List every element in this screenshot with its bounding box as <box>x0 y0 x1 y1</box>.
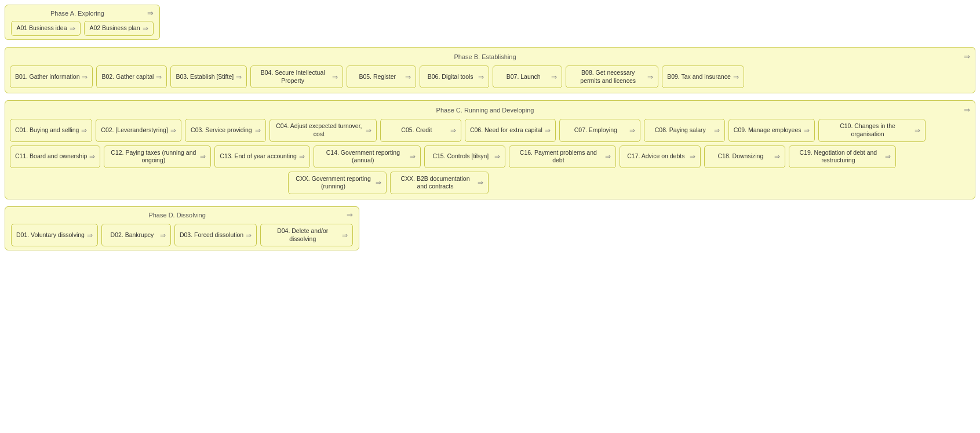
node-B08-label: B08. Get necessary permits and licences <box>571 69 645 85</box>
node-B05[interactable]: B05. Register ⇒ <box>347 66 416 88</box>
phase-c-header: Phase C. Running and Developing ⇒ <box>10 105 970 114</box>
node-C11[interactable]: C11. Board and ownership ⇒ <box>10 145 100 168</box>
phase-a-arrow-icon[interactable]: ⇒ <box>147 9 154 17</box>
node-C10[interactable]: C10. Changes in the organisation ⇒ <box>818 119 926 141</box>
phase-d-header: Phase D. Dissolving ⇒ <box>11 210 353 219</box>
node-D01-arrow: ⇒ <box>87 231 93 239</box>
node-C13[interactable]: C13. End of year accounting ⇒ <box>214 145 310 168</box>
node-C04-label: C04. Adjust excpected turnover, cost <box>275 122 363 138</box>
phase-c-title: Phase C. Running and Developing <box>10 107 960 114</box>
node-C09-arrow: ⇒ <box>804 126 810 134</box>
node-C12[interactable]: C12. Paying taxes (running and ongoing) … <box>104 145 211 168</box>
node-CXX2-arrow: ⇒ <box>478 179 483 187</box>
phase-c-row2: C11. Board and ownership ⇒ C12. Paying t… <box>10 145 970 168</box>
node-A02[interactable]: A02 Business plan ⇒ <box>84 21 154 36</box>
node-B03-label: B03. Establish [Stifte] <box>176 73 234 81</box>
node-B09[interactable]: B09. Tax and insurance ⇒ <box>662 66 744 88</box>
node-C07[interactable]: C07. Employing ⇒ <box>559 119 640 141</box>
node-B03-arrow: ⇒ <box>236 73 242 81</box>
node-B08[interactable]: B08. Get necessary permits and licences … <box>566 66 658 88</box>
node-C16-arrow: ⇒ <box>605 152 611 161</box>
node-C11-arrow: ⇒ <box>89 152 95 161</box>
node-B06[interactable]: B06. Digital tools ⇒ <box>420 66 489 88</box>
node-C06-arrow: ⇒ <box>545 126 551 134</box>
node-C15-arrow: ⇒ <box>494 152 500 161</box>
node-D03-arrow: ⇒ <box>246 231 252 239</box>
node-CXX2-label: CXX. B2B documentation and contracts <box>395 175 475 191</box>
node-B01[interactable]: B01. Gather information ⇒ <box>10 66 93 88</box>
phase-c-arrow-icon[interactable]: ⇒ <box>964 105 970 114</box>
node-B04[interactable]: B04. Secure Intellectual Property ⇒ <box>250 66 343 88</box>
node-C17[interactable]: C17. Advice on debts ⇒ <box>620 145 701 168</box>
node-C01[interactable]: C01. Buying and selling ⇒ <box>10 119 92 141</box>
node-C10-arrow: ⇒ <box>915 126 920 134</box>
node-C09-label: C09. Manage employees <box>734 126 802 134</box>
node-C08[interactable]: C08. Paying salary ⇒ <box>644 119 725 141</box>
node-C08-arrow: ⇒ <box>714 126 720 134</box>
phase-a-container: Phase A. Exploring ⇒ A01 Business idea ⇒… <box>5 5 160 40</box>
node-B07-arrow: ⇒ <box>551 73 557 81</box>
node-C19-arrow: ⇒ <box>885 152 891 161</box>
node-C06-label: C06. Need for extra capital <box>470 126 542 134</box>
node-C02[interactable]: C02. [Leverandørstyring] ⇒ <box>96 119 181 141</box>
node-B06-label: B06. Digital tools <box>425 73 476 81</box>
node-CXX2[interactable]: CXX. B2B documentation and contracts ⇒ <box>390 172 489 194</box>
node-A01-label: A01 Business idea <box>16 24 67 32</box>
node-D02-arrow: ⇒ <box>160 231 166 239</box>
node-B02[interactable]: B02. Gather capital ⇒ <box>96 66 167 88</box>
node-D01[interactable]: D01. Voluntary dissolving ⇒ <box>11 224 98 246</box>
node-C07-label: C07. Employing <box>564 126 627 134</box>
node-B07[interactable]: B07. Launch ⇒ <box>493 66 562 88</box>
node-C09[interactable]: C09. Manage employees ⇒ <box>728 119 815 141</box>
node-C17-label: C17. Advice on debts <box>625 152 687 161</box>
node-B05-label: B05. Register <box>352 73 403 81</box>
node-C03[interactable]: C03. Service providing ⇒ <box>185 119 266 141</box>
node-C05[interactable]: C05. Credit ⇒ <box>380 119 461 141</box>
node-C12-arrow: ⇒ <box>200 152 206 161</box>
node-B03[interactable]: B03. Establish [Stifte] ⇒ <box>170 66 247 88</box>
node-C19[interactable]: C19. Negotiation of debt and restructuri… <box>789 145 896 168</box>
phase-b-container: Phase B. Establishing ⇒ B01. Gather info… <box>5 47 975 93</box>
node-C10-label: C10. Changes in the organisation <box>824 122 912 138</box>
node-C13-label: C13. End of year accounting <box>220 152 297 161</box>
node-A01[interactable]: A01 Business idea ⇒ <box>11 21 81 36</box>
node-C15[interactable]: C15. Controls [tilsyn] ⇒ <box>424 145 505 168</box>
node-C01-arrow: ⇒ <box>81 126 87 134</box>
node-D03[interactable]: D03. Forced dissolution ⇒ <box>174 224 257 246</box>
node-C02-arrow: ⇒ <box>170 126 176 134</box>
node-C16[interactable]: C16. Payment problems and debt ⇒ <box>509 145 616 168</box>
node-CXX1-label: CXX. Government reporting (running) <box>293 175 373 191</box>
node-C12-label: C12. Paying taxes (running and ongoing) <box>109 149 198 165</box>
node-C11-label: C11. Board and ownership <box>15 152 87 161</box>
node-C13-arrow: ⇒ <box>299 152 305 161</box>
node-C03-arrow: ⇒ <box>255 126 261 134</box>
node-C06[interactable]: C06. Need for extra capital ⇒ <box>465 119 556 141</box>
phase-d-arrow-icon[interactable]: ⇒ <box>347 210 353 219</box>
node-C18-label: C18. Downsizing <box>709 152 772 161</box>
node-D02-label: D02. Bankrupcy <box>107 231 158 239</box>
node-C15-label: C15. Controls [tilsyn] <box>429 152 492 161</box>
node-C05-arrow: ⇒ <box>450 126 456 134</box>
node-C04-arrow: ⇒ <box>366 126 371 134</box>
node-C04[interactable]: C04. Adjust excpected turnover, cost ⇒ <box>269 119 377 141</box>
node-D03-label: D03. Forced dissolution <box>180 231 243 239</box>
node-B07-label: B07. Launch <box>498 73 549 81</box>
node-C02-label: C02. [Leverandørstyring] <box>101 126 168 134</box>
phase-c-container: Phase C. Running and Developing ⇒ C01. B… <box>5 100 975 199</box>
phase-b-nodes: B01. Gather information ⇒ B02. Gather ca… <box>10 66 970 88</box>
node-D04[interactable]: D04. Delete and/or dissolving ⇒ <box>260 224 353 246</box>
phase-a-nodes: A01 Business idea ⇒ A02 Business plan ⇒ <box>11 21 154 36</box>
node-B09-label: B09. Tax and insurance <box>667 73 731 81</box>
node-A01-arrow: ⇒ <box>70 24 75 32</box>
node-C18-arrow: ⇒ <box>774 152 780 161</box>
node-C18[interactable]: C18. Downsizing ⇒ <box>704 145 785 168</box>
phase-b-arrow-icon[interactable]: ⇒ <box>964 52 970 61</box>
phase-d-title: Phase D. Dissolving <box>11 212 343 219</box>
node-C05-label: C05. Credit <box>385 126 448 134</box>
node-B04-label: B04. Secure Intellectual Property <box>256 69 330 85</box>
node-CXX1[interactable]: CXX. Government reporting (running) ⇒ <box>288 172 387 194</box>
node-C03-label: C03. Service providing <box>190 126 253 134</box>
node-C14[interactable]: C14. Government reporting (annual) ⇒ <box>314 145 421 168</box>
phase-c-row3: CXX. Government reporting (running) ⇒ CX… <box>10 172 970 194</box>
node-D02[interactable]: D02. Bankrupcy ⇒ <box>101 224 171 246</box>
